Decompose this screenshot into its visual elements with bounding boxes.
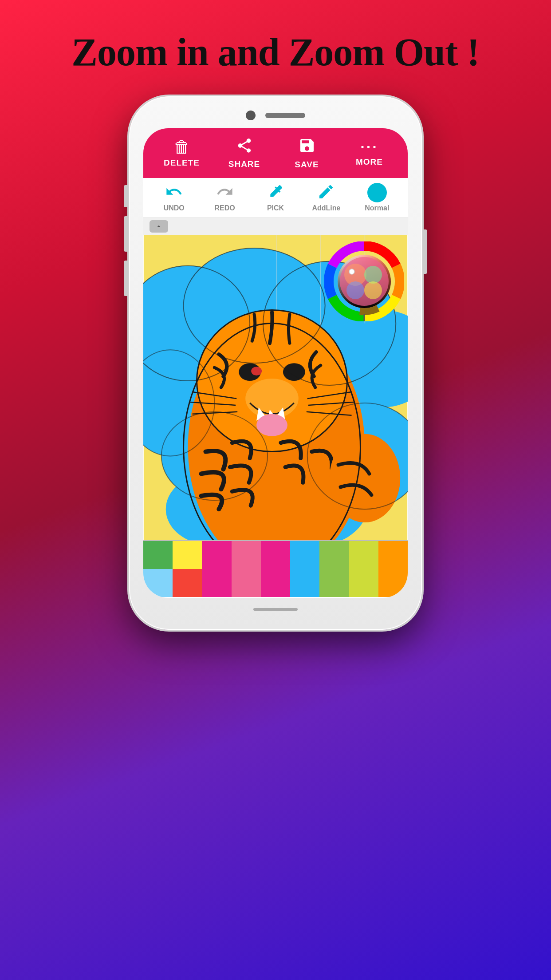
svg-point-42 — [364, 281, 382, 299]
color-swatch-green[interactable] — [143, 541, 173, 569]
addline-label: AddLine — [312, 204, 340, 212]
normal-label: Normal — [365, 204, 389, 212]
share-button[interactable]: SHARE — [213, 137, 276, 169]
pick-label: PICK — [267, 204, 284, 212]
color-swatch-lime[interactable] — [319, 541, 349, 569]
redo-label: REDO — [214, 204, 235, 212]
pick-tool[interactable]: PICK — [250, 183, 301, 212]
pick-icon — [267, 183, 284, 202]
svg-point-18 — [245, 379, 299, 419]
normal-icon — [367, 183, 387, 202]
speaker — [265, 113, 305, 118]
undo-label: UNDO — [164, 204, 185, 212]
delete-label: DELETE — [164, 158, 200, 168]
collapse-bar — [143, 218, 408, 235]
color-swatch-yellow-green[interactable] — [349, 541, 378, 569]
color-swatch-lime2[interactable] — [319, 569, 349, 597]
svg-point-17 — [251, 367, 262, 375]
svg-point-40 — [364, 266, 382, 284]
addline-tool[interactable]: AddLine — [301, 183, 351, 212]
app-bar: 🗑 DELETE SHARE SAVE — [143, 128, 408, 178]
color-swatch-lightblue[interactable] — [143, 569, 173, 597]
more-button[interactable]: ··· MORE — [338, 139, 401, 167]
front-camera — [246, 111, 256, 120]
collapse-button[interactable] — [150, 220, 168, 233]
normal-tool[interactable]: Normal — [352, 183, 402, 212]
svg-point-41 — [346, 281, 364, 299]
redo-tool[interactable]: REDO — [199, 183, 250, 212]
color-swatch-orange[interactable] — [378, 541, 408, 569]
svg-point-43 — [349, 269, 354, 274]
color-swatch-skyblue1[interactable] — [290, 541, 319, 569]
color-swatch-magenta2[interactable] — [261, 569, 290, 597]
color-swatch-orange2[interactable] — [378, 569, 408, 597]
undo-icon — [165, 183, 183, 202]
color-swatch-magenta1[interactable] — [202, 569, 231, 597]
undo-tool[interactable]: UNDO — [149, 183, 199, 212]
canvas-area — [143, 235, 408, 540]
color-swatch-pink1[interactable] — [232, 541, 261, 569]
svg-point-16 — [283, 363, 305, 381]
color-swatch-red[interactable] — [173, 569, 202, 597]
save-icon — [298, 137, 316, 157]
color-swatch-hotpink2[interactable] — [261, 541, 290, 569]
save-label: SAVE — [295, 160, 319, 170]
phone-frame: 🗑 DELETE SHARE SAVE — [129, 96, 422, 630]
delete-icon: 🗑 — [173, 138, 190, 155]
more-label: MORE — [356, 157, 383, 167]
addline-icon — [317, 183, 335, 202]
svg-point-19 — [256, 414, 287, 436]
color-swatch-skyblue2[interactable] — [290, 569, 319, 597]
color-wheel[interactable] — [324, 241, 404, 321]
toolbar: UNDO REDO PICK — [143, 178, 408, 218]
color-swatch-chartreuse[interactable] — [349, 569, 378, 597]
save-button[interactable]: SAVE — [276, 137, 338, 170]
color-swatch-yellow[interactable] — [173, 541, 202, 569]
share-icon — [236, 137, 253, 157]
phone-screen: 🗑 DELETE SHARE SAVE — [143, 128, 408, 598]
more-icon: ··· — [360, 139, 378, 154]
page-title: Zoom in and Zoom Out ! — [0, 0, 551, 96]
color-palette — [143, 540, 408, 597]
color-swatch-hotpink1[interactable] — [202, 541, 231, 569]
share-label: SHARE — [228, 159, 260, 169]
color-swatch-pink2[interactable] — [232, 569, 261, 597]
delete-button[interactable]: 🗑 DELETE — [150, 138, 213, 168]
redo-icon — [216, 183, 234, 202]
